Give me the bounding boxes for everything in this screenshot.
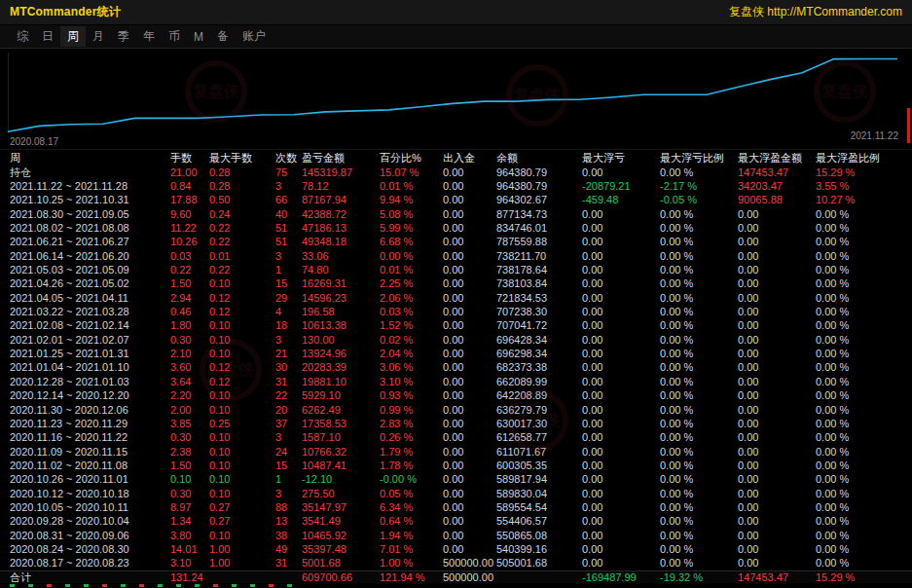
table-cell: 1.94 % xyxy=(380,531,443,541)
column-header[interactable]: 最大浮亏比例 xyxy=(660,153,738,164)
table-row[interactable]: 2021.06.21 ~ 2021.06.2710.260.225149348.… xyxy=(0,236,912,249)
table-cell: 0.10 xyxy=(209,390,275,401)
table-cell: 29 xyxy=(275,293,302,304)
table-row[interactable]: 2020.10.12 ~ 2020.10.180.300.103275.500.… xyxy=(0,487,912,500)
column-header[interactable]: 余额 xyxy=(496,153,582,164)
table-row[interactable]: 2020.08.17 ~ 2020.08.233.101.00315001.68… xyxy=(0,557,912,570)
column-header[interactable]: 周 xyxy=(10,153,170,164)
strip-tick xyxy=(158,584,163,587)
table-cell: 0.10 xyxy=(209,460,275,471)
table-cell: 0.00 % xyxy=(660,251,738,262)
table-row[interactable]: 2021.04.26 ~ 2021.05.021.500.101516269.3… xyxy=(0,277,912,291)
strip-tick xyxy=(232,584,237,587)
column-header[interactable]: 最大手数 xyxy=(209,153,275,164)
table-cell: 35397.48 xyxy=(302,544,380,555)
table-cell: 3.64 xyxy=(170,377,209,387)
table-cell: 196.58 xyxy=(302,307,380,317)
table-cell: 707041.72 xyxy=(496,320,582,331)
table-cell: 0.00 xyxy=(582,307,660,317)
table-cell: 14596.23 xyxy=(302,293,380,304)
menu-item-年[interactable]: 年 xyxy=(136,26,162,47)
table-cell: 682373.38 xyxy=(496,362,582,373)
table-cell: 2021.03.22 ~ 2021.03.28 xyxy=(10,307,170,317)
menu-item-综[interactable]: 综 xyxy=(10,26,35,47)
table-row[interactable]: 2021.01.25 ~ 2021.01.312.100.102113924.9… xyxy=(0,347,912,360)
table-cell: 0.22 xyxy=(209,265,275,276)
column-header[interactable]: 最大浮盈比例 xyxy=(816,153,912,164)
menu-item-日[interactable]: 日 xyxy=(35,26,60,47)
table-cell: 2021.02.01 ~ 2021.02.07 xyxy=(10,335,170,346)
table-cell: 2021.10.25 ~ 2021.10.31 xyxy=(10,195,170,205)
table-cell: 0.30 xyxy=(170,489,209,499)
table-row[interactable]: 2021.02.08 ~ 2021.02.141.800.101810613.3… xyxy=(0,319,912,333)
table-row[interactable]: 2020.09.28 ~ 2020.10.041.340.27133541.49… xyxy=(0,515,912,529)
menu-item-账户[interactable]: 账户 xyxy=(236,26,273,47)
brand-link[interactable]: 复盘侠 http://MTCommander.com xyxy=(729,4,902,20)
table-row[interactable]: 2020.11.23 ~ 2020.11.293.850.253717358.5… xyxy=(0,417,912,430)
table-row[interactable]: 持仓21.000.2875145319.8715.07 %0.00964380.… xyxy=(0,165,912,179)
column-header[interactable]: 手数 xyxy=(170,153,209,164)
table-cell: 0.00 xyxy=(738,419,816,429)
table-row[interactable]: 2021.03.22 ~ 2021.03.280.460.124196.580.… xyxy=(0,305,912,318)
table-row[interactable]: 2021.08.30 ~ 2021.09.059.600.244042388.7… xyxy=(0,207,912,221)
menu-item-币[interactable]: 币 xyxy=(162,26,187,47)
table-cell: 0.10 xyxy=(209,432,275,443)
table-row[interactable]: 2021.01.04 ~ 2021.01.103.600.123020283.3… xyxy=(0,361,912,375)
table-row[interactable]: 2021.11.22 ~ 2021.11.280.840.28378.120.0… xyxy=(0,179,912,193)
table-cell: 0.00 % xyxy=(660,531,738,541)
column-header[interactable]: 盈亏金额 xyxy=(302,153,380,164)
table-row[interactable]: 2020.10.05 ~ 2020.10.118.970.278835147.9… xyxy=(0,500,912,514)
table-cell: 0.00 xyxy=(738,265,816,276)
column-header[interactable]: 百分比% xyxy=(380,153,443,164)
table-cell: 1.52 % xyxy=(380,320,443,331)
table-row[interactable]: 2020.08.24 ~ 2020.08.3014.011.004935397.… xyxy=(0,542,912,556)
table-row[interactable]: 2021.10.25 ~ 2021.10.3117.880.506687167.… xyxy=(0,194,912,207)
table-row[interactable]: 2021.02.01 ~ 2021.02.070.300.103130.000.… xyxy=(0,333,912,347)
table-cell: 87167.94 xyxy=(302,195,380,205)
column-header[interactable]: 最大浮盈金额 xyxy=(738,153,816,164)
table-row[interactable]: 2020.12.28 ~ 2021.01.033.640.123119881.1… xyxy=(0,375,912,388)
table-total-row[interactable]: 合计131.24609700.66121.94 %500000.00-16948… xyxy=(0,570,912,583)
table-cell: 2021.01.04 ~ 2021.01.10 xyxy=(10,362,170,373)
table-cell: 17.88 xyxy=(170,195,209,205)
table-cell: 2020.12.28 ~ 2021.01.03 xyxy=(10,377,170,387)
table-row[interactable]: 2020.11.16 ~ 2020.11.220.300.1031587.100… xyxy=(0,431,912,445)
table-row[interactable]: 2020.08.31 ~ 2020.09.063.800.103810465.9… xyxy=(0,529,912,542)
table-cell: 0.00 xyxy=(443,405,496,416)
table-row[interactable]: 2020.11.09 ~ 2020.11.152.380.102410766.3… xyxy=(0,445,912,459)
table-cell: 0.30 xyxy=(170,432,209,443)
table-row[interactable]: 2021.05.03 ~ 2021.05.090.220.22174.800.0… xyxy=(0,263,912,276)
table-row[interactable]: 2020.11.02 ~ 2020.11.081.500.101510487.4… xyxy=(0,459,912,472)
column-header[interactable]: 最大浮亏 xyxy=(582,153,660,164)
table-cell: 0.00 % xyxy=(816,544,912,555)
table-cell: 0.00 % xyxy=(380,251,443,262)
menu-item-M[interactable]: M xyxy=(187,28,210,46)
menu-item-周[interactable]: 周 xyxy=(60,26,86,47)
table-row[interactable]: 2021.04.05 ~ 2021.04.112.940.122914596.2… xyxy=(0,291,912,305)
column-header[interactable]: 次数 xyxy=(275,153,302,164)
table-cell: 0.03 xyxy=(170,251,209,262)
table-row[interactable]: 2021.06.14 ~ 2021.06.200.030.01333.060.0… xyxy=(0,249,912,263)
table-cell: 0.12 xyxy=(209,377,275,387)
table-row[interactable]: 2020.10.26 ~ 2020.11.010.100.101-12.10-0… xyxy=(0,473,912,487)
column-header[interactable]: 出入金 xyxy=(443,153,496,164)
table-row[interactable]: 2021.08.02 ~ 2021.08.0811.220.225147186.… xyxy=(0,221,912,235)
menu-item-月[interactable]: 月 xyxy=(86,26,111,47)
table-cell: 0.00 xyxy=(582,474,660,485)
menu-item-备[interactable]: 备 xyxy=(210,26,236,47)
table-cell: 0.10 xyxy=(170,474,209,485)
table-cell: 0.00 % xyxy=(660,419,738,429)
table-row[interactable]: 2020.11.30 ~ 2020.12.062.000.10206262.49… xyxy=(0,403,912,417)
table-cell: 0.00 xyxy=(738,209,816,220)
table-cell: 0.28 xyxy=(209,167,275,178)
table-row[interactable]: 2020.12.14 ~ 2020.12.202.200.10225929.10… xyxy=(0,389,912,403)
table-cell: 0.00 % xyxy=(816,474,912,485)
table-cell: 0.00 % xyxy=(816,489,912,499)
table-cell: 0.00 % xyxy=(816,320,912,331)
table-cell: 0.00 % xyxy=(660,390,738,401)
table-cell: 2020.11.16 ~ 2020.11.22 xyxy=(10,432,170,443)
equity-chart: 2020.08.17 2021.11.22 xyxy=(0,49,912,150)
table-cell: -459.48 xyxy=(582,195,660,205)
strip-tick xyxy=(121,584,126,587)
menu-item-季[interactable]: 季 xyxy=(111,26,136,47)
